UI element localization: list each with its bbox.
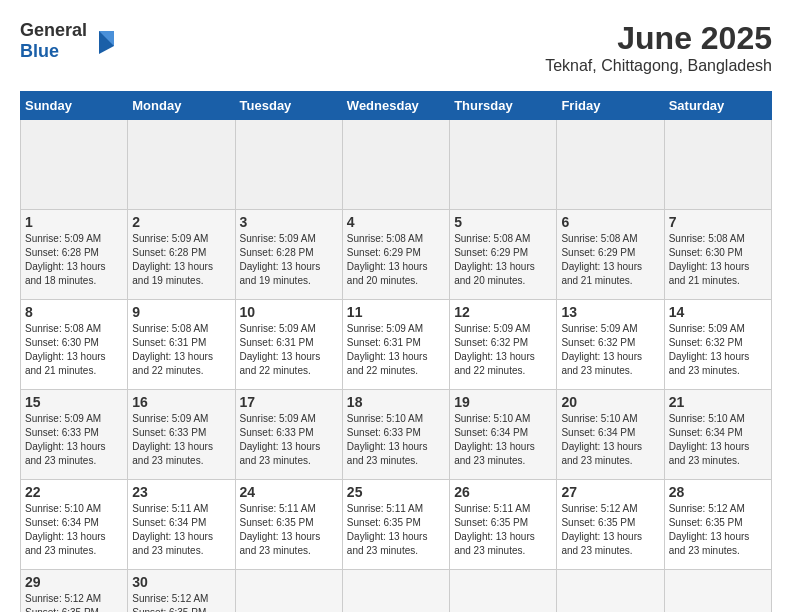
calendar-cell: 3Sunrise: 5:09 AM Sunset: 6:28 PM Daylig… — [235, 210, 342, 300]
day-number: 25 — [347, 484, 445, 500]
calendar-cell: 20Sunrise: 5:10 AM Sunset: 6:34 PM Dayli… — [557, 390, 664, 480]
day-number: 28 — [669, 484, 767, 500]
day-number: 12 — [454, 304, 552, 320]
calendar-cell: 12Sunrise: 5:09 AM Sunset: 6:32 PM Dayli… — [450, 300, 557, 390]
day-info: Sunrise: 5:10 AM Sunset: 6:34 PM Dayligh… — [454, 412, 552, 468]
day-number: 2 — [132, 214, 230, 230]
logo: General Blue — [20, 20, 119, 62]
calendar-cell: 16Sunrise: 5:09 AM Sunset: 6:33 PM Dayli… — [128, 390, 235, 480]
day-info: Sunrise: 5:09 AM Sunset: 6:32 PM Dayligh… — [561, 322, 659, 378]
calendar-cell: 18Sunrise: 5:10 AM Sunset: 6:33 PM Dayli… — [342, 390, 449, 480]
day-number: 11 — [347, 304, 445, 320]
logo-blue: Blue — [20, 41, 59, 61]
calendar-cell: 26Sunrise: 5:11 AM Sunset: 6:35 PM Dayli… — [450, 480, 557, 570]
day-number: 26 — [454, 484, 552, 500]
day-number: 17 — [240, 394, 338, 410]
day-number: 19 — [454, 394, 552, 410]
day-info: Sunrise: 5:12 AM Sunset: 6:35 PM Dayligh… — [25, 592, 123, 612]
calendar-cell — [21, 120, 128, 210]
day-info: Sunrise: 5:09 AM Sunset: 6:33 PM Dayligh… — [25, 412, 123, 468]
week-row-2: 1Sunrise: 5:09 AM Sunset: 6:28 PM Daylig… — [21, 210, 772, 300]
header-row: SundayMondayTuesdayWednesdayThursdayFrid… — [21, 92, 772, 120]
calendar-cell — [557, 570, 664, 613]
day-number: 13 — [561, 304, 659, 320]
week-row-6: 29Sunrise: 5:12 AM Sunset: 6:35 PM Dayli… — [21, 570, 772, 613]
day-info: Sunrise: 5:11 AM Sunset: 6:34 PM Dayligh… — [132, 502, 230, 558]
day-info: Sunrise: 5:12 AM Sunset: 6:35 PM Dayligh… — [132, 592, 230, 612]
col-header-sunday: Sunday — [21, 92, 128, 120]
day-info: Sunrise: 5:08 AM Sunset: 6:29 PM Dayligh… — [347, 232, 445, 288]
day-info: Sunrise: 5:08 AM Sunset: 6:31 PM Dayligh… — [132, 322, 230, 378]
day-number: 29 — [25, 574, 123, 590]
main-title: June 2025 — [545, 20, 772, 57]
calendar-cell: 22Sunrise: 5:10 AM Sunset: 6:34 PM Dayli… — [21, 480, 128, 570]
calendar-cell: 27Sunrise: 5:12 AM Sunset: 6:35 PM Dayli… — [557, 480, 664, 570]
day-info: Sunrise: 5:09 AM Sunset: 6:28 PM Dayligh… — [25, 232, 123, 288]
day-info: Sunrise: 5:09 AM Sunset: 6:32 PM Dayligh… — [454, 322, 552, 378]
col-header-thursday: Thursday — [450, 92, 557, 120]
calendar-cell — [235, 120, 342, 210]
day-number: 10 — [240, 304, 338, 320]
day-info: Sunrise: 5:10 AM Sunset: 6:33 PM Dayligh… — [347, 412, 445, 468]
day-number: 15 — [25, 394, 123, 410]
calendar-cell — [450, 120, 557, 210]
day-number: 24 — [240, 484, 338, 500]
day-number: 5 — [454, 214, 552, 230]
col-header-friday: Friday — [557, 92, 664, 120]
day-number: 7 — [669, 214, 767, 230]
day-number: 30 — [132, 574, 230, 590]
day-info: Sunrise: 5:09 AM Sunset: 6:28 PM Dayligh… — [132, 232, 230, 288]
calendar-cell: 25Sunrise: 5:11 AM Sunset: 6:35 PM Dayli… — [342, 480, 449, 570]
calendar-cell: 23Sunrise: 5:11 AM Sunset: 6:34 PM Dayli… — [128, 480, 235, 570]
day-number: 8 — [25, 304, 123, 320]
day-info: Sunrise: 5:10 AM Sunset: 6:34 PM Dayligh… — [25, 502, 123, 558]
calendar-cell — [450, 570, 557, 613]
day-number: 9 — [132, 304, 230, 320]
calendar-cell: 5Sunrise: 5:08 AM Sunset: 6:29 PM Daylig… — [450, 210, 557, 300]
day-number: 4 — [347, 214, 445, 230]
day-number: 22 — [25, 484, 123, 500]
day-number: 20 — [561, 394, 659, 410]
calendar-cell: 8Sunrise: 5:08 AM Sunset: 6:30 PM Daylig… — [21, 300, 128, 390]
day-info: Sunrise: 5:09 AM Sunset: 6:31 PM Dayligh… — [240, 322, 338, 378]
calendar-cell: 29Sunrise: 5:12 AM Sunset: 6:35 PM Dayli… — [21, 570, 128, 613]
title-block: June 2025 Teknaf, Chittagong, Bangladesh — [545, 20, 772, 75]
calendar-cell: 17Sunrise: 5:09 AM Sunset: 6:33 PM Dayli… — [235, 390, 342, 480]
col-header-tuesday: Tuesday — [235, 92, 342, 120]
calendar-cell — [557, 120, 664, 210]
calendar-cell: 9Sunrise: 5:08 AM Sunset: 6:31 PM Daylig… — [128, 300, 235, 390]
day-info: Sunrise: 5:10 AM Sunset: 6:34 PM Dayligh… — [669, 412, 767, 468]
week-row-4: 15Sunrise: 5:09 AM Sunset: 6:33 PM Dayli… — [21, 390, 772, 480]
day-number: 21 — [669, 394, 767, 410]
day-info: Sunrise: 5:12 AM Sunset: 6:35 PM Dayligh… — [561, 502, 659, 558]
day-number: 6 — [561, 214, 659, 230]
day-info: Sunrise: 5:10 AM Sunset: 6:34 PM Dayligh… — [561, 412, 659, 468]
day-info: Sunrise: 5:08 AM Sunset: 6:30 PM Dayligh… — [25, 322, 123, 378]
calendar-cell: 7Sunrise: 5:08 AM Sunset: 6:30 PM Daylig… — [664, 210, 771, 300]
day-info: Sunrise: 5:09 AM Sunset: 6:32 PM Dayligh… — [669, 322, 767, 378]
calendar-cell: 14Sunrise: 5:09 AM Sunset: 6:32 PM Dayli… — [664, 300, 771, 390]
day-info: Sunrise: 5:09 AM Sunset: 6:31 PM Dayligh… — [347, 322, 445, 378]
calendar-cell: 24Sunrise: 5:11 AM Sunset: 6:35 PM Dayli… — [235, 480, 342, 570]
calendar-cell — [664, 120, 771, 210]
calendar-cell: 13Sunrise: 5:09 AM Sunset: 6:32 PM Dayli… — [557, 300, 664, 390]
day-number: 27 — [561, 484, 659, 500]
col-header-wednesday: Wednesday — [342, 92, 449, 120]
day-info: Sunrise: 5:08 AM Sunset: 6:30 PM Dayligh… — [669, 232, 767, 288]
week-row-3: 8Sunrise: 5:08 AM Sunset: 6:30 PM Daylig… — [21, 300, 772, 390]
calendar-cell: 19Sunrise: 5:10 AM Sunset: 6:34 PM Dayli… — [450, 390, 557, 480]
col-header-saturday: Saturday — [664, 92, 771, 120]
day-info: Sunrise: 5:12 AM Sunset: 6:35 PM Dayligh… — [669, 502, 767, 558]
day-number: 18 — [347, 394, 445, 410]
calendar-cell: 28Sunrise: 5:12 AM Sunset: 6:35 PM Dayli… — [664, 480, 771, 570]
day-info: Sunrise: 5:08 AM Sunset: 6:29 PM Dayligh… — [454, 232, 552, 288]
calendar-cell: 6Sunrise: 5:08 AM Sunset: 6:29 PM Daylig… — [557, 210, 664, 300]
day-number: 3 — [240, 214, 338, 230]
calendar-cell — [664, 570, 771, 613]
col-header-monday: Monday — [128, 92, 235, 120]
day-info: Sunrise: 5:09 AM Sunset: 6:28 PM Dayligh… — [240, 232, 338, 288]
sub-title: Teknaf, Chittagong, Bangladesh — [545, 57, 772, 75]
calendar-cell — [342, 120, 449, 210]
week-row-5: 22Sunrise: 5:10 AM Sunset: 6:34 PM Dayli… — [21, 480, 772, 570]
day-number: 23 — [132, 484, 230, 500]
